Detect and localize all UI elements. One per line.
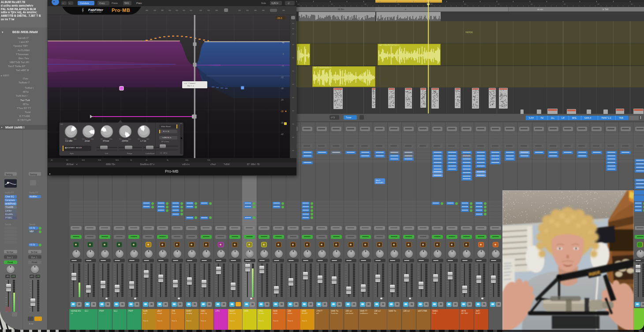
svg-text:-30: -30 [281,110,284,113]
svg-text:-24: -24 [281,99,284,101]
svg-text:-36: -36 [281,122,284,124]
svg-text:-6: -6 [282,65,284,67]
svg-text:-36.6: -36.6 [277,17,282,19]
svg-text:-12: -12 [281,76,284,79]
svg-text:0: 0 [283,53,284,55]
svg-text:-18: -18 [281,87,284,90]
svg-text:-42: -42 [281,133,284,136]
svg-text:+6: +6 [282,42,285,44]
